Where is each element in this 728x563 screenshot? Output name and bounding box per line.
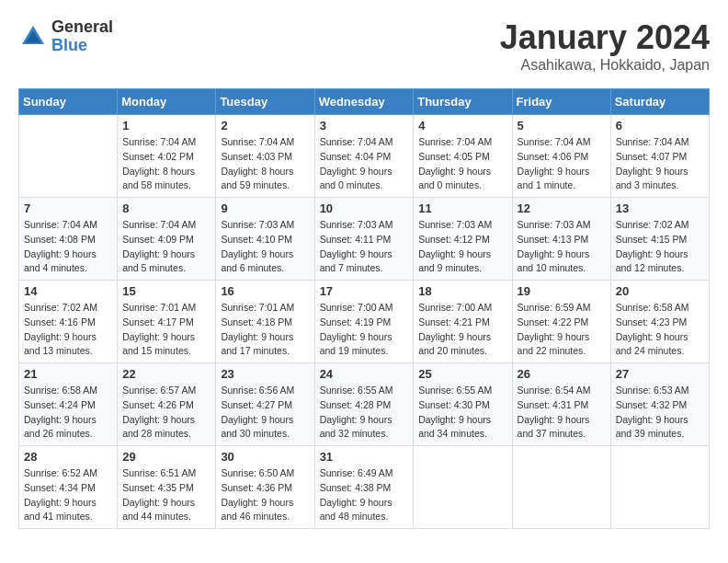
day-cell: 26Sunrise: 6:54 AMSunset: 4:31 PMDayligh… [512, 363, 610, 446]
header-wednesday: Wednesday [314, 89, 414, 115]
day-number: 8 [122, 201, 210, 215]
day-cell: 11Sunrise: 7:03 AMSunset: 4:12 PMDayligh… [414, 198, 512, 281]
day-number: 22 [122, 367, 210, 381]
day-cell: 20Sunrise: 6:58 AMSunset: 4:23 PMDayligh… [610, 281, 709, 363]
day-cell: 12Sunrise: 7:03 AMSunset: 4:13 PMDayligh… [512, 198, 610, 281]
day-number: 30 [221, 450, 309, 464]
day-info: Sunrise: 7:04 AMSunset: 4:05 PMDaylight:… [418, 135, 506, 193]
day-cell: 22Sunrise: 6:57 AMSunset: 4:26 PMDayligh… [118, 363, 216, 446]
day-info: Sunrise: 6:58 AMSunset: 4:23 PMDaylight:… [616, 301, 704, 359]
week-row-2: 7Sunrise: 7:04 AMSunset: 4:08 PMDaylight… [19, 198, 710, 281]
day-number: 16 [221, 284, 309, 298]
day-number: 24 [320, 367, 409, 381]
day-info: Sunrise: 7:01 AMSunset: 4:17 PMDaylight:… [122, 301, 210, 359]
day-number: 17 [320, 284, 409, 298]
day-number: 18 [418, 284, 506, 298]
day-cell: 27Sunrise: 6:53 AMSunset: 4:32 PMDayligh… [610, 363, 709, 446]
day-cell: 17Sunrise: 7:00 AMSunset: 4:19 PMDayligh… [314, 281, 414, 363]
day-cell: 8Sunrise: 7:04 AMSunset: 4:09 PMDaylight… [118, 198, 216, 281]
day-info: Sunrise: 7:02 AMSunset: 4:15 PMDaylight:… [616, 218, 704, 276]
calendar-header-row: SundayMondayTuesdayWednesdayThursdayFrid… [19, 89, 710, 115]
day-info: Sunrise: 6:53 AMSunset: 4:32 PMDaylight:… [616, 384, 704, 442]
day-info: Sunrise: 6:52 AMSunset: 4:34 PMDaylight:… [24, 466, 112, 524]
day-info: Sunrise: 6:58 AMSunset: 4:24 PMDaylight:… [24, 384, 112, 442]
day-number: 23 [221, 367, 309, 381]
day-cell: 30Sunrise: 6:50 AMSunset: 4:36 PMDayligh… [216, 446, 314, 529]
day-number: 21 [24, 367, 112, 381]
day-info: Sunrise: 6:55 AMSunset: 4:28 PMDaylight:… [320, 384, 409, 442]
header-monday: Monday [118, 89, 216, 115]
logo-blue: Blue [51, 37, 113, 55]
day-number: 12 [518, 201, 606, 215]
day-number: 20 [616, 284, 704, 298]
day-cell: 16Sunrise: 7:01 AMSunset: 4:18 PMDayligh… [216, 281, 314, 363]
day-cell: 7Sunrise: 7:04 AMSunset: 4:08 PMDaylight… [19, 198, 118, 281]
day-info: Sunrise: 6:54 AMSunset: 4:31 PMDaylight:… [518, 384, 606, 442]
day-cell: 31Sunrise: 6:49 AMSunset: 4:38 PMDayligh… [314, 446, 414, 529]
day-number: 19 [518, 284, 606, 298]
day-cell: 23Sunrise: 6:56 AMSunset: 4:27 PMDayligh… [216, 363, 314, 446]
day-info: Sunrise: 6:49 AMSunset: 4:38 PMDaylight:… [320, 466, 409, 524]
day-info: Sunrise: 6:57 AMSunset: 4:26 PMDaylight:… [122, 384, 210, 442]
day-info: Sunrise: 7:03 AMSunset: 4:10 PMDaylight:… [221, 218, 309, 276]
day-cell [414, 446, 512, 529]
day-cell: 3Sunrise: 7:04 AMSunset: 4:04 PMDaylight… [314, 115, 414, 198]
day-info: Sunrise: 6:59 AMSunset: 4:22 PMDaylight:… [518, 301, 606, 359]
day-cell: 29Sunrise: 6:51 AMSunset: 4:35 PMDayligh… [118, 446, 216, 529]
day-info: Sunrise: 7:04 AMSunset: 4:03 PMDaylight:… [221, 135, 309, 193]
week-row-3: 14Sunrise: 7:02 AMSunset: 4:16 PMDayligh… [19, 281, 710, 363]
day-cell: 13Sunrise: 7:02 AMSunset: 4:15 PMDayligh… [610, 198, 709, 281]
day-number: 31 [320, 450, 409, 464]
location-title: Asahikawa, Hokkaido, Japan [500, 57, 710, 74]
day-info: Sunrise: 7:03 AMSunset: 4:12 PMDaylight:… [418, 218, 506, 276]
day-cell: 10Sunrise: 7:03 AMSunset: 4:11 PMDayligh… [314, 198, 414, 281]
day-number: 10 [320, 201, 409, 215]
day-cell: 18Sunrise: 7:00 AMSunset: 4:21 PMDayligh… [414, 281, 512, 363]
day-info: Sunrise: 6:50 AMSunset: 4:36 PMDaylight:… [221, 466, 309, 524]
day-info: Sunrise: 7:04 AMSunset: 4:04 PMDaylight:… [320, 135, 409, 193]
day-number: 7 [24, 201, 112, 215]
day-number: 13 [616, 201, 704, 215]
day-info: Sunrise: 7:03 AMSunset: 4:11 PMDaylight:… [320, 218, 409, 276]
week-row-5: 28Sunrise: 6:52 AMSunset: 4:34 PMDayligh… [19, 446, 710, 529]
day-number: 3 [320, 119, 409, 132]
day-cell: 9Sunrise: 7:03 AMSunset: 4:10 PMDaylight… [216, 198, 314, 281]
day-cell: 24Sunrise: 6:55 AMSunset: 4:28 PMDayligh… [314, 363, 414, 446]
day-info: Sunrise: 7:00 AMSunset: 4:21 PMDaylight:… [418, 301, 506, 359]
week-row-4: 21Sunrise: 6:58 AMSunset: 4:24 PMDayligh… [19, 363, 710, 446]
day-info: Sunrise: 7:01 AMSunset: 4:18 PMDaylight:… [221, 301, 309, 359]
day-number: 4 [418, 119, 506, 132]
month-title: January 2024 [500, 18, 710, 57]
page-header: General Blue January 2024 Asahikawa, Hok… [18, 18, 710, 74]
day-number: 1 [122, 119, 210, 132]
day-info: Sunrise: 7:04 AMSunset: 4:02 PMDaylight:… [122, 135, 210, 193]
day-cell: 14Sunrise: 7:02 AMSunset: 4:16 PMDayligh… [19, 281, 118, 363]
day-number: 28 [24, 450, 112, 464]
day-number: 15 [122, 284, 210, 298]
day-cell: 28Sunrise: 6:52 AMSunset: 4:34 PMDayligh… [19, 446, 118, 529]
logo-icon [18, 22, 48, 52]
day-info: Sunrise: 7:03 AMSunset: 4:13 PMDaylight:… [518, 218, 606, 276]
title-section: January 2024 Asahikawa, Hokkaido, Japan [500, 18, 710, 74]
day-cell: 1Sunrise: 7:04 AMSunset: 4:02 PMDaylight… [118, 115, 216, 198]
day-number: 5 [518, 119, 606, 132]
day-number: 11 [418, 201, 506, 215]
day-cell: 2Sunrise: 7:04 AMSunset: 4:03 PMDaylight… [216, 115, 314, 198]
week-row-1: 1Sunrise: 7:04 AMSunset: 4:02 PMDaylight… [19, 115, 710, 198]
day-cell: 6Sunrise: 7:04 AMSunset: 4:07 PMDaylight… [610, 115, 709, 198]
day-info: Sunrise: 7:04 AMSunset: 4:09 PMDaylight:… [122, 218, 210, 276]
header-friday: Friday [512, 89, 610, 115]
day-info: Sunrise: 6:55 AMSunset: 4:30 PMDaylight:… [418, 384, 506, 442]
logo-general: General [51, 18, 113, 37]
day-cell [19, 115, 118, 198]
day-info: Sunrise: 6:56 AMSunset: 4:27 PMDaylight:… [221, 384, 309, 442]
day-cell: 15Sunrise: 7:01 AMSunset: 4:17 PMDayligh… [118, 281, 216, 363]
day-info: Sunrise: 7:04 AMSunset: 4:06 PMDaylight:… [518, 135, 606, 193]
calendar-table: SundayMondayTuesdayWednesdayThursdayFrid… [18, 88, 710, 529]
day-number: 26 [518, 367, 606, 381]
day-info: Sunrise: 6:51 AMSunset: 4:35 PMDaylight:… [122, 466, 210, 524]
day-info: Sunrise: 7:00 AMSunset: 4:19 PMDaylight:… [320, 301, 409, 359]
day-number: 2 [221, 119, 309, 132]
day-cell: 25Sunrise: 6:55 AMSunset: 4:30 PMDayligh… [414, 363, 512, 446]
day-cell: 19Sunrise: 6:59 AMSunset: 4:22 PMDayligh… [512, 281, 610, 363]
